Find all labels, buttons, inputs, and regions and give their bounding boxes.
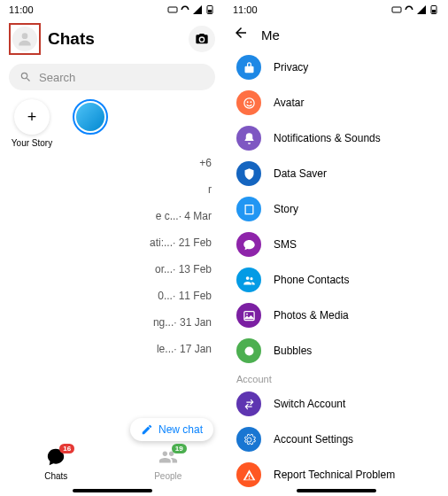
- settings-item-label: Bubbles: [274, 345, 312, 357]
- warning-icon: [236, 462, 261, 487]
- chats-badge: 16: [59, 444, 74, 453]
- account-section-label: Account: [224, 368, 448, 386]
- lock-icon: [236, 55, 261, 80]
- gear-icon: [236, 427, 261, 452]
- settings-item-label: Story: [274, 203, 298, 215]
- settings-item-notifications-sounds[interactable]: Notifications & Sounds: [224, 120, 448, 156]
- settings-item-label: Avatar: [274, 97, 304, 109]
- search-placeholder: Search: [39, 71, 75, 84]
- settings-item-report-technical-problem[interactable]: Report Technical Problem: [224, 457, 448, 487]
- settings-item-data-saver[interactable]: Data Saver: [224, 156, 448, 191]
- settings-item-label: Notifications & Sounds: [274, 132, 381, 144]
- settings-list[interactable]: PrivacyAvatarNotifications & SoundsData …: [224, 50, 448, 487]
- home-indicator: [73, 489, 152, 492]
- back-button[interactable]: [233, 25, 249, 44]
- settings-item-label: Data Saver: [274, 167, 327, 180]
- settings-item-photos-media[interactable]: Photos & Media: [224, 298, 448, 333]
- camera-button[interactable]: [189, 26, 215, 52]
- search-input[interactable]: Search: [9, 64, 215, 90]
- chat-row[interactable]: le... · 17 Jan: [0, 336, 224, 362]
- nav-people-label: People: [154, 471, 182, 481]
- status-icons: [167, 4, 215, 15]
- contacts-icon: [236, 267, 261, 292]
- chats-screen: 11:00 Chats Search + Your Story: [0, 0, 224, 496]
- settings-item-label: Account Settings: [274, 433, 353, 446]
- settings-item-avatar[interactable]: Avatar: [224, 85, 448, 120]
- plus-icon: +: [14, 99, 50, 135]
- me-header: Me: [224, 19, 448, 50]
- profile-highlight: [9, 23, 41, 55]
- status-bar: 11:00: [0, 0, 224, 19]
- your-story-button[interactable]: + Your Story: [9, 99, 55, 148]
- chat-row[interactable]: r: [0, 176, 224, 203]
- chat-list[interactable]: +6 r e c... · 4 Mar ati:... · 21 Feb or.…: [0, 150, 224, 441]
- new-chat-button[interactable]: New chat: [130, 418, 213, 441]
- svg-point-7: [243, 97, 253, 107]
- chats-header: Chats: [0, 19, 224, 60]
- svg-rect-2: [208, 10, 212, 13]
- chat-row[interactable]: ati:... · 21 Feb: [0, 229, 224, 256]
- your-story-label: Your Story: [12, 138, 52, 148]
- bubble-icon: [236, 338, 261, 363]
- svg-rect-0: [168, 7, 177, 12]
- home-indicator: [297, 489, 376, 492]
- chat-row[interactable]: ng... · 31 Jan: [0, 309, 224, 336]
- chat-row[interactable]: 0... · 11 Feb: [0, 283, 224, 309]
- settings-item-story[interactable]: Story: [224, 191, 448, 227]
- nav-people[interactable]: 19 People: [112, 441, 225, 487]
- svg-point-8: [246, 101, 248, 103]
- chat-row[interactable]: e c... · 4 Mar: [0, 203, 224, 229]
- status-bar: 11:00: [224, 0, 448, 19]
- svg-point-13: [246, 313, 248, 314]
- chat-row[interactable]: or... · 13 Feb: [0, 256, 224, 283]
- pencil-icon: [141, 423, 153, 436]
- settings-item-bubbles[interactable]: Bubbles: [224, 333, 448, 368]
- svg-point-3: [22, 33, 28, 39]
- profile-avatar-button[interactable]: [12, 27, 37, 51]
- me-screen: 11:00 Me PrivacyAvatarNotifications & So…: [224, 0, 448, 496]
- svg-rect-4: [392, 7, 401, 12]
- settings-item-switch-account[interactable]: Switch Account: [224, 386, 448, 422]
- people-badge: 19: [172, 444, 187, 453]
- status-icons: [391, 4, 439, 15]
- svg-rect-6: [432, 10, 436, 13]
- story-item[interactable]: [67, 99, 113, 148]
- svg-point-10: [245, 276, 249, 280]
- status-time: 11:00: [233, 4, 258, 15]
- status-time: 11:00: [9, 4, 34, 15]
- book-icon: [236, 197, 261, 221]
- settings-item-label: Report Technical Problem: [274, 469, 395, 481]
- svg-point-9: [250, 101, 251, 103]
- settings-item-account-settings[interactable]: Account Settings: [224, 422, 448, 457]
- switch-icon: [236, 391, 261, 416]
- nav-chats-label: Chats: [44, 471, 67, 481]
- chat-icon: [236, 232, 261, 257]
- settings-item-label: Phone Contacts: [274, 274, 349, 286]
- bell-icon: [236, 126, 261, 151]
- me-title: Me: [261, 27, 280, 43]
- svg-point-14: [244, 346, 253, 355]
- page-title: Chats: [48, 29, 182, 49]
- svg-point-11: [250, 277, 252, 280]
- settings-item-sms[interactable]: SMS: [224, 227, 448, 262]
- bottom-nav: 16 Chats 19 People: [0, 441, 224, 487]
- search-icon: [19, 71, 32, 83]
- settings-item-label: Switch Account: [274, 398, 345, 410]
- face-icon: [236, 90, 261, 115]
- new-chat-label: New chat: [158, 423, 203, 436]
- settings-item-phone-contacts[interactable]: Phone Contacts: [224, 262, 448, 298]
- nav-chats[interactable]: 16 Chats: [0, 441, 112, 487]
- chat-row[interactable]: +6: [0, 150, 224, 176]
- settings-item-label: Photos & Media: [274, 309, 349, 322]
- settings-item-label: SMS: [274, 238, 297, 251]
- settings-item-label: Privacy: [274, 61, 308, 74]
- shield-icon: [236, 161, 261, 186]
- settings-item-privacy[interactable]: Privacy: [224, 50, 448, 85]
- photo-icon: [236, 303, 261, 328]
- story-row: + Your Story: [0, 97, 224, 150]
